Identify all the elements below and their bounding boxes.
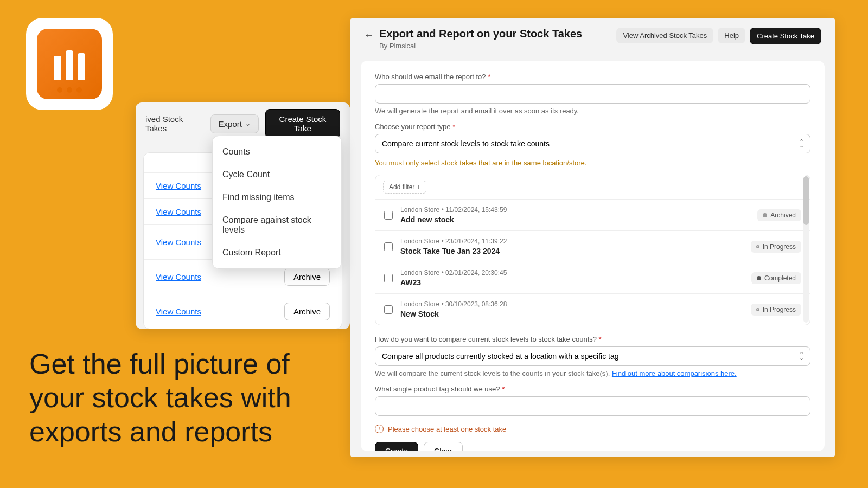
table-row: View CountsArchive <box>144 294 342 329</box>
clear-button[interactable]: Clear <box>424 442 462 451</box>
stock-take-meta: London Store • 11/02/2024, 15:43:59 <box>400 206 750 214</box>
add-filter-button[interactable]: Add filter + <box>383 181 426 194</box>
status-badge: In Progress <box>751 241 801 253</box>
create-stock-take-header-button[interactable]: Create Stock Take <box>750 28 821 44</box>
status-dot-icon <box>756 245 760 248</box>
chevron-down-icon: ⌄ <box>245 120 251 127</box>
stock-take-name: Stock Take Tue Jan 23 2024 <box>400 247 743 255</box>
select-caret-icon: ⌃⌄ <box>799 352 804 359</box>
help-button[interactable]: Help <box>718 28 745 43</box>
archived-stock-takes-link[interactable]: ived Stock Takes <box>145 110 197 137</box>
status-dot-icon <box>763 213 767 217</box>
report-type-select[interactable]: Compare current stock levels to stock ta… <box>375 134 810 153</box>
create-button[interactable]: Create <box>375 442 418 451</box>
stock-take-checkbox[interactable] <box>384 211 393 220</box>
view-counts-link[interactable]: View Counts <box>156 207 201 216</box>
stock-take-row: London Store • 30/10/2023, 08:36:28New S… <box>375 293 810 325</box>
archive-button[interactable]: Archive <box>284 268 330 286</box>
status-badge: Completed <box>751 272 801 284</box>
email-help: We will generate the report and email it… <box>375 107 810 115</box>
back-arrow-icon[interactable]: ← <box>364 30 374 41</box>
compare-help: We will compare the current stock levels… <box>375 369 810 377</box>
export-option[interactable]: Compare against stock levels <box>213 209 341 241</box>
report-panel: ← Export and Report on your Stock Takes … <box>350 18 835 457</box>
stock-take-name: New Stock <box>400 310 743 318</box>
export-dropdown: CountsCycle CountFind missing itemsCompa… <box>212 136 342 269</box>
tag-input[interactable] <box>375 396 810 416</box>
email-input[interactable] <box>375 84 810 104</box>
status-dot-icon <box>757 276 761 280</box>
tag-label: What single product tag should we use? * <box>375 385 810 393</box>
status-dot-icon <box>756 308 760 311</box>
plus-icon: + <box>417 183 420 191</box>
compare-select[interactable]: Compare all products currently stocked a… <box>375 346 810 366</box>
marketing-tagline: Get the full picture of your stock takes… <box>29 347 311 448</box>
stock-take-checkbox[interactable] <box>384 274 393 282</box>
stock-take-meta: London Store • 02/01/2024, 20:30:45 <box>400 269 744 277</box>
export-button[interactable]: Export ⌄ <box>210 114 259 133</box>
stock-take-checkbox[interactable] <box>384 305 393 314</box>
page-title: Export and Report on your Stock Takes <box>379 28 582 40</box>
location-warning: You must only select stock takes that ar… <box>375 159 810 167</box>
view-counts-link[interactable]: View Counts <box>156 237 201 247</box>
status-badge: Archived <box>757 209 801 221</box>
stock-take-row: London Store • 23/01/2024, 11:39:22Stock… <box>375 230 810 262</box>
stock-take-meta: London Store • 30/10/2023, 08:36:28 <box>400 300 743 308</box>
email-label: Who should we email the report to? * <box>375 73 810 81</box>
stock-take-name: Add new stock <box>400 215 750 224</box>
comparisons-link[interactable]: Find out more about comparisions here. <box>612 369 737 377</box>
stock-take-list: Add filter + London Store • 11/02/2024, … <box>375 175 810 325</box>
stock-take-row: London Store • 02/01/2024, 20:30:45AW23C… <box>375 262 810 293</box>
compare-label: How do you want to compare current stock… <box>375 335 810 343</box>
export-option[interactable]: Custom Report <box>213 241 341 264</box>
validation-error: ! Please choose at least one stock take <box>375 425 810 433</box>
stock-take-meta: London Store • 23/01/2024, 11:39:22 <box>400 237 743 245</box>
scrollbar-thumb[interactable] <box>803 176 809 225</box>
report-type-label: Choose your report type * <box>375 123 810 131</box>
export-option[interactable]: Counts <box>213 140 341 163</box>
alert-icon: ! <box>375 425 384 433</box>
status-badge: In Progress <box>751 304 801 316</box>
stock-take-name: AW23 <box>400 278 744 287</box>
view-counts-link[interactable]: View Counts <box>156 181 201 190</box>
app-logo <box>26 18 113 110</box>
archive-button[interactable]: Archive <box>284 303 330 320</box>
select-caret-icon: ⌃⌄ <box>799 140 804 147</box>
stock-take-checkbox[interactable] <box>384 242 393 251</box>
view-archived-button[interactable]: View Archived Stock Takes <box>616 28 713 43</box>
page-subtitle: By Pimsical <box>379 42 582 50</box>
export-option[interactable]: Cycle Count <box>213 163 341 186</box>
view-counts-link[interactable]: View Counts <box>156 307 201 316</box>
view-counts-link[interactable]: View Counts <box>156 272 201 281</box>
export-option[interactable]: Find missing items <box>213 186 341 209</box>
create-stock-take-button[interactable]: Create Stock Take <box>265 109 340 138</box>
stock-take-row: London Store • 11/02/2024, 15:43:59Add n… <box>375 199 810 230</box>
